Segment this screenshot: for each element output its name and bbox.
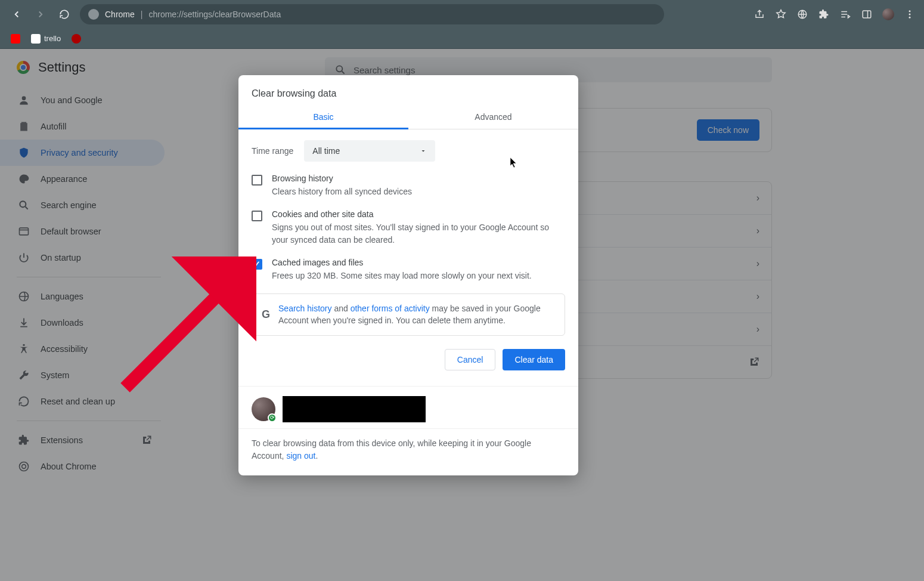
tab-advanced[interactable]: Advanced: [408, 104, 578, 129]
bookmark-star-icon[interactable]: [775, 8, 787, 20]
info-google-activity: G Search history and other forms of acti…: [252, 293, 565, 336]
globe-icon[interactable]: [796, 8, 808, 20]
youtube-icon: [11, 34, 20, 44]
ytmusic-icon: [72, 34, 81, 44]
option-label: Browsing history: [272, 174, 412, 183]
svg-rect-1: [863, 11, 871, 18]
link-other-activity[interactable]: other forms of activity: [351, 304, 430, 313]
menu-kebab-icon[interactable]: [904, 8, 916, 20]
sidepanel-icon[interactable]: [861, 8, 873, 20]
bookmark-ytmusic[interactable]: [72, 34, 81, 44]
reload-button[interactable]: [56, 6, 73, 23]
tab-basic[interactable]: Basic: [238, 104, 408, 129]
chevron-down-icon: [420, 147, 427, 154]
back-button[interactable]: [8, 6, 25, 23]
clear-data-button[interactable]: Clear data: [503, 349, 565, 370]
svg-point-2: [909, 10, 911, 12]
option-cache[interactable]: Cached images and files Frees up 320 MB.…: [252, 258, 565, 282]
option-cookies[interactable]: Cookies and other site data Signs you ou…: [252, 209, 565, 246]
dialog-title: Clear browsing data: [238, 75, 578, 104]
extensions-puzzle-icon[interactable]: [818, 8, 830, 20]
google-g-icon: G: [262, 307, 270, 322]
dialog-footer: To clear browsing data from this device …: [238, 428, 578, 475]
option-description: Signs you out of most sites. You'll stay…: [272, 221, 565, 246]
trello-icon: [31, 34, 41, 44]
bookmark-trello[interactable]: trello: [31, 34, 61, 44]
option-description: Clears history from all synced devices: [272, 186, 412, 197]
bookmark-label: trello: [44, 34, 61, 43]
clear-browsing-data-dialog: Clear browsing data Basic Advanced Time …: [238, 75, 578, 475]
time-range-label: Time range: [252, 146, 293, 156]
bookmarks-bar: trello: [0, 29, 924, 49]
option-label: Cached images and files: [272, 258, 532, 267]
redacted-account-info: [283, 396, 426, 422]
sync-badge-icon: [268, 413, 277, 422]
svg-point-3: [909, 14, 911, 16]
checkbox-cache[interactable]: [252, 259, 262, 270]
checkbox-cookies[interactable]: [252, 211, 262, 221]
option-label: Cookies and other site data: [272, 209, 565, 219]
sync-account-row: [238, 386, 578, 428]
site-identity-icon: [88, 9, 99, 20]
browser-toolbar: Chrome | chrome://settings/clearBrowserD…: [0, 0, 924, 29]
forward-button[interactable]: [32, 6, 49, 23]
option-browsing-history[interactable]: Browsing history Clears history from all…: [252, 174, 565, 197]
link-search-history[interactable]: Search history: [278, 304, 331, 313]
url-scheme-host: Chrome: [105, 10, 135, 19]
playlist-icon[interactable]: [839, 8, 851, 20]
cancel-button[interactable]: Cancel: [445, 349, 496, 370]
dialog-tabs: Basic Advanced: [238, 104, 578, 129]
url-path: chrome://settings/clearBrowserData: [148, 10, 281, 19]
link-sign-out[interactable]: sign out: [286, 451, 315, 461]
share-icon[interactable]: [754, 8, 765, 20]
checkbox-history[interactable]: [252, 175, 262, 186]
time-range-select[interactable]: All time: [304, 140, 435, 162]
option-description: Frees up 320 MB. Some sites may load mor…: [272, 270, 532, 282]
time-range-value: All time: [312, 146, 340, 156]
svg-point-4: [909, 17, 911, 18]
account-avatar: [252, 397, 275, 421]
address-bar[interactable]: Chrome | chrome://settings/clearBrowserD…: [80, 4, 664, 24]
profile-avatar-icon[interactable]: [882, 8, 894, 20]
bookmark-youtube[interactable]: [11, 34, 20, 44]
